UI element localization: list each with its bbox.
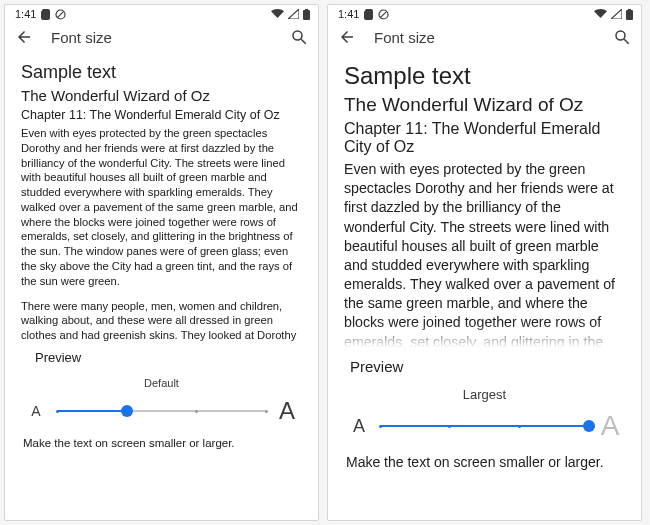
no-sign-icon bbox=[378, 9, 389, 20]
font-size-min-icon: A bbox=[348, 416, 370, 437]
phone-largest: 1:41 bbox=[327, 4, 642, 521]
svg-line-1 bbox=[58, 11, 64, 17]
back-icon[interactable] bbox=[338, 28, 356, 46]
phone-default: 1:41 bbox=[4, 4, 319, 521]
font-size-max-icon: A bbox=[599, 410, 621, 442]
no-sign-icon bbox=[55, 9, 66, 20]
page-title: Font size bbox=[374, 29, 595, 46]
wifi-icon bbox=[271, 9, 284, 19]
status-time: 1:41 bbox=[15, 8, 36, 20]
book-title: The Wonderful Wizard of Oz bbox=[21, 87, 302, 104]
svg-line-11 bbox=[624, 39, 629, 44]
font-size-min-icon: A bbox=[25, 403, 47, 419]
svg-point-10 bbox=[616, 31, 625, 40]
chapter-heading: Chapter 11: The Wonderful Emerald City o… bbox=[344, 120, 625, 156]
sample-heading: Sample text bbox=[21, 62, 302, 83]
chapter-heading: Chapter 11: The Wonderful Emerald City o… bbox=[21, 108, 302, 122]
sample-body: Even with eyes protected by the green sp… bbox=[344, 160, 625, 352]
status-bar: 1:41 bbox=[328, 5, 641, 22]
svg-rect-8 bbox=[626, 10, 633, 20]
back-icon[interactable] bbox=[15, 28, 33, 46]
search-icon[interactable] bbox=[613, 28, 631, 46]
app-bar: Font size bbox=[5, 22, 318, 56]
sim-card-icon bbox=[41, 9, 50, 20]
book-title: The Wonderful Wizard of Oz bbox=[344, 94, 625, 116]
svg-rect-3 bbox=[305, 9, 308, 11]
battery-icon bbox=[626, 9, 633, 20]
search-icon[interactable] bbox=[290, 28, 308, 46]
app-bar: Font size bbox=[328, 22, 641, 56]
svg-line-7 bbox=[381, 11, 387, 17]
font-size-max-icon: A bbox=[276, 397, 298, 425]
preview-label: Preview bbox=[350, 358, 625, 375]
font-size-slider[interactable] bbox=[57, 401, 266, 421]
sim-card-icon bbox=[364, 9, 373, 20]
svg-line-5 bbox=[301, 39, 306, 44]
sample-paragraph-2: There were many people, men, women and c… bbox=[21, 299, 302, 344]
content-area: Sample text The Wonderful Wizard of Oz C… bbox=[328, 56, 641, 520]
page-title: Font size bbox=[51, 29, 272, 46]
status-time: 1:41 bbox=[338, 8, 359, 20]
sample-paragraph-1: Even with eyes protected by the green sp… bbox=[21, 126, 302, 289]
signal-icon bbox=[611, 9, 622, 19]
sample-heading: Sample text bbox=[344, 62, 625, 90]
svg-rect-9 bbox=[628, 9, 631, 11]
slider-value-label: Largest bbox=[348, 387, 621, 402]
preview-label: Preview bbox=[35, 350, 302, 365]
battery-icon bbox=[303, 9, 310, 20]
svg-rect-2 bbox=[303, 10, 310, 20]
status-bar: 1:41 bbox=[5, 5, 318, 22]
font-size-slider[interactable] bbox=[380, 416, 589, 436]
wifi-icon bbox=[594, 9, 607, 19]
description-text: Make the text on screen smaller or large… bbox=[23, 437, 302, 449]
sample-paragraph-1: Even with eyes protected by the green sp… bbox=[344, 160, 625, 352]
sample-body: Even with eyes protected by the green sp… bbox=[21, 126, 302, 344]
signal-icon bbox=[288, 9, 299, 19]
svg-point-4 bbox=[293, 31, 302, 40]
slider-thumb[interactable] bbox=[583, 420, 595, 432]
description-text: Make the text on screen smaller or large… bbox=[346, 454, 625, 470]
content-area: Sample text The Wonderful Wizard of Oz C… bbox=[5, 56, 318, 520]
slider-value-label: Default bbox=[25, 377, 298, 389]
slider-thumb[interactable] bbox=[121, 405, 133, 417]
